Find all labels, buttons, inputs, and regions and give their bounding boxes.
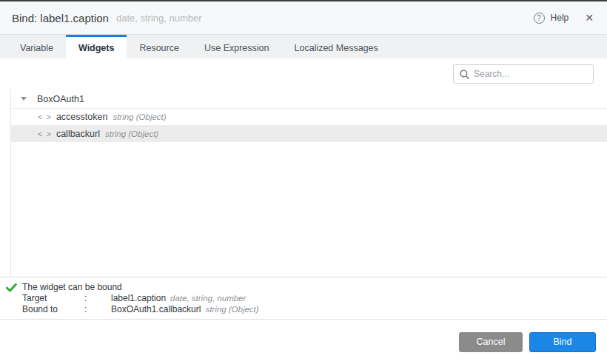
tree-node-label: BoxOAuth1 [37, 94, 84, 104]
tree-node-label: accesstoken [56, 112, 107, 122]
tree-node-boxoauth1[interactable]: BoxOAuth1 [11, 90, 607, 108]
boundto-type: string (Object) [205, 305, 258, 314]
status-boundto-value: BoxOAuth1.callbackurlstring (Object) [111, 304, 607, 315]
dialog-header: Bind: label1.caption date, string, numbe… [0, 1, 607, 34]
tree-node-callbackurl[interactable]: < > callbackurl string (Object) [11, 125, 607, 142]
help-link[interactable]: Help [551, 13, 569, 23]
tab-resource[interactable]: Resource [127, 35, 192, 58]
tab-variable[interactable]: Variable [7, 35, 66, 58]
dialog-subtitle: date, string, number [116, 13, 202, 24]
code-icon: < > [38, 112, 52, 121]
status-colon: : [84, 304, 111, 315]
search-icon [460, 70, 469, 79]
dialog-title: Bind: label1.caption [12, 12, 109, 24]
cancel-button[interactable]: Cancel [459, 332, 523, 352]
tab-widgets[interactable]: Widgets [66, 35, 127, 58]
code-icon: < > [38, 129, 52, 138]
target-type: date, string, number [170, 294, 246, 303]
search-box[interactable] [453, 64, 594, 84]
dialog-footer: Cancel Bind [0, 320, 607, 364]
binding-status: The widget can be bound Target : label1.… [0, 277, 607, 320]
header-actions: ? Help ✕ [534, 12, 594, 24]
tree-node-type: string (Object) [105, 129, 158, 138]
bind-dialog: Bind: label1.caption date, string, numbe… [0, 0, 607, 364]
target-value: label1.caption [111, 293, 166, 303]
tab-use-expression[interactable]: Use Expression [192, 35, 282, 58]
boundto-value: BoxOAuth1.callbackurl [111, 304, 201, 314]
tree-node-accesstoken[interactable]: < > accesstoken string (Object) [11, 108, 607, 125]
status-colon: : [84, 293, 111, 304]
search-input[interactable] [474, 69, 587, 79]
tree-node-type: string (Object) [113, 112, 166, 121]
tab-localized-messages[interactable]: Localized Messages [281, 35, 390, 58]
check-icon [6, 283, 17, 292]
caret-down-icon[interactable] [21, 97, 27, 101]
help-icon[interactable]: ? [534, 13, 545, 24]
close-icon[interactable]: ✕ [585, 12, 594, 24]
tab-bar: Variable Widgets Resource Use Expression… [0, 34, 607, 58]
widgets-tree: BoxOAuth1 < > accesstoken string (Object… [10, 90, 607, 277]
status-target-label: Target [22, 293, 84, 304]
search-row [0, 58, 607, 90]
status-target-value: label1.captiondate, string, number [111, 293, 607, 304]
tree-node-label: callbackurl [56, 129, 100, 139]
status-boundto-label: Bound to [22, 304, 84, 315]
status-message: The widget can be bound [22, 282, 607, 293]
bind-button[interactable]: Bind [529, 332, 596, 352]
